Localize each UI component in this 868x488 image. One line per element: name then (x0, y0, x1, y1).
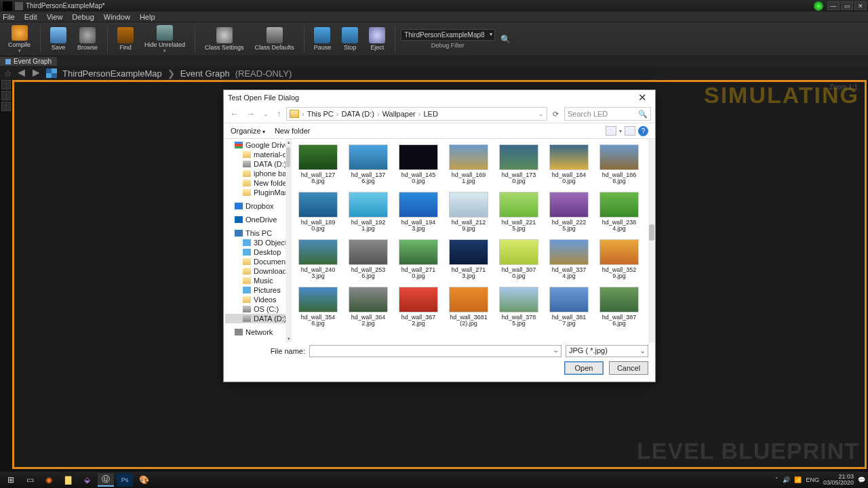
menu-debug[interactable]: Debug (72, 13, 94, 21)
nav-fwd-icon[interactable]: ⯈ (32, 68, 41, 79)
visualstudio-icon[interactable]: ⬙ (79, 473, 95, 487)
file-item[interactable]: hd_wall_1691.jpg (449, 144, 488, 185)
paint-icon[interactable]: 🎨 (136, 473, 152, 487)
hide-unrelated-button[interactable]: Hide Unrelated (140, 24, 189, 55)
docked-tab[interactable]: ⋮ (1, 80, 11, 89)
compile-button[interactable]: Compile (4, 24, 35, 55)
tree-node[interactable]: DATA (D:) (225, 314, 290, 323)
file-item[interactable]: hd_wall_3672.jpg (399, 287, 438, 327)
nav-back-button[interactable]: ← (228, 108, 241, 120)
file-item[interactable]: hd_wall_3529.jpg (599, 239, 639, 280)
firefox-icon[interactable]: ◉ (41, 473, 57, 487)
system-tray[interactable]: ˄ 🔊 📶 ENG 21:03 03/05/2020 💬 (775, 474, 865, 486)
nav-forward-button[interactable]: → (244, 108, 258, 120)
file-item[interactable]: hd_wall_3548.jpg (298, 287, 338, 327)
docked-tab[interactable]: ⋮ (1, 102, 11, 111)
tree-node[interactable]: Desktop (225, 247, 290, 257)
file-item[interactable]: hd_wall_1943.jpg (399, 192, 438, 232)
tree-node[interactable]: Documents (225, 257, 290, 266)
search-debug-icon[interactable]: 🔍 (500, 35, 511, 44)
file-item[interactable]: hd_wall_1890.jpg (298, 192, 338, 232)
file-item[interactable]: hd_wall_1868.jpg (599, 144, 639, 185)
tree-node[interactable]: Pictures (225, 285, 290, 295)
clock[interactable]: 21:03 03/05/2020 (823, 474, 854, 486)
tree-node[interactable]: This PC (225, 228, 290, 238)
task-view-button[interactable]: ▭ (22, 473, 38, 487)
tree-node[interactable]: OS (C:) (225, 304, 290, 314)
file-item[interactable]: hd_wall_3374.jpg (549, 239, 589, 280)
photoshop-icon[interactable]: Ps (117, 473, 133, 487)
start-button[interactable]: ⊞ (3, 473, 19, 487)
browse-button[interactable]: Browse (73, 24, 102, 55)
tree-node[interactable]: Network (225, 327, 290, 337)
tree-node[interactable]: Music (225, 276, 290, 285)
file-item[interactable]: hd_wall_1840.jpg (549, 144, 589, 185)
refresh-button[interactable]: ⟳ (553, 110, 559, 119)
dialog-close-button[interactable]: ✕ (634, 92, 651, 104)
file-item[interactable]: hd_wall_2384.jpg (599, 192, 639, 232)
tree-node[interactable]: Downloads (225, 266, 290, 276)
file-item[interactable]: hd_wall_2536.jpg (349, 239, 388, 280)
class-defaults-button[interactable]: Class Defaults (251, 24, 298, 55)
open-button[interactable]: Open (564, 361, 604, 375)
file-item[interactable]: hd_wall_2403.jpg (298, 239, 338, 280)
file-item[interactable]: hd_wall_2713.jpg (449, 239, 488, 280)
tab-event-graph[interactable]: Event Graph (0, 57, 57, 66)
file-item[interactable]: hd_wall_3785.jpg (499, 287, 538, 327)
tree-node[interactable]: Dropbox (225, 201, 290, 211)
file-grid[interactable]: hd_wall_1278.jpghd_wall_1376.jpghd_wall_… (292, 139, 655, 342)
file-item[interactable]: hd_wall_3681 (2).jpg (449, 287, 488, 327)
menu-view[interactable]: View (47, 13, 63, 21)
tree-node[interactable]: Google Drive📌 (225, 140, 290, 150)
find-button[interactable]: Find (113, 24, 138, 55)
folder-tree[interactable]: ▴▾ Google Drive📌material-dashDATA (D:)ip… (224, 139, 292, 342)
file-item[interactable]: hd_wall_1278.jpg (298, 144, 338, 185)
breadcrumb-graph[interactable]: Event Graph (180, 68, 230, 79)
nav-recent-button[interactable]: ⌄ (260, 109, 271, 119)
pause-button[interactable]: Pause (310, 24, 336, 55)
breadcrumb-map[interactable]: ThirdPersonExampleMap (62, 68, 162, 79)
nav-up-button[interactable]: ↑ (274, 108, 283, 120)
help-button[interactable]: ? (638, 126, 648, 136)
search-input[interactable]: Search LED 🔍 (564, 107, 651, 121)
files-scrollbar[interactable] (648, 139, 655, 342)
tree-node[interactable]: PluginMarketpla (225, 188, 290, 197)
tree-node[interactable]: 3D Objects (225, 238, 290, 247)
file-item[interactable]: hd_wall_1376.jpg (349, 144, 388, 185)
view-mode-button[interactable] (606, 126, 616, 136)
file-item[interactable]: hd_wall_1921.jpg (349, 192, 388, 232)
file-item[interactable]: hd_wall_3817.jpg (549, 287, 589, 327)
path-box[interactable]: ›This PC ›DATA (D:) ›Wallpaper ›LED ⌄ (286, 107, 547, 121)
network-icon[interactable]: 📶 (794, 476, 802, 483)
debug-object-select[interactable]: ThirdPersonExampleMap8 (401, 29, 494, 41)
minimize-button[interactable]: — (827, 1, 840, 10)
cancel-button[interactable]: Cancel (609, 361, 648, 375)
unreal-icon[interactable]: Ⓤ (98, 473, 114, 487)
save-button[interactable]: Save (46, 24, 71, 55)
nav-back-icon[interactable]: ⯇ (18, 68, 26, 79)
tree-scrollbar[interactable] (285, 139, 291, 342)
eject-button[interactable]: Eject (365, 24, 389, 55)
menu-file[interactable]: File (3, 13, 15, 21)
close-button[interactable]: ✕ (854, 1, 867, 10)
file-item[interactable]: hd_wall_3070.jpg (499, 239, 538, 280)
class-settings-button[interactable]: Class Settings (201, 24, 248, 55)
stop-button[interactable]: Stop (338, 24, 362, 55)
file-item[interactable]: hd_wall_2129.jpg (449, 192, 488, 232)
file-item[interactable]: hd_wall_1730.jpg (499, 144, 538, 185)
filetype-select[interactable]: JPG ( *.jpg) (566, 345, 648, 357)
volume-icon[interactable]: 🔊 (783, 476, 790, 483)
file-item[interactable]: hd_wall_1450.jpg (399, 144, 438, 185)
path-seg[interactable]: Wallpaper (382, 110, 416, 118)
explorer-icon[interactable]: ▇ (60, 473, 76, 487)
tray-chevron-icon[interactable]: ˄ (775, 476, 778, 483)
file-item[interactable]: hd_wall_3876.jpg (599, 287, 639, 327)
path-seg[interactable]: DATA (D:) (341, 110, 374, 118)
tree-node[interactable]: DATA (D:) (225, 159, 290, 169)
notifications-icon[interactable]: 💬 (858, 476, 865, 483)
path-seg[interactable]: This PC (307, 110, 334, 118)
file-item[interactable]: hd_wall_2215.jpg (499, 192, 538, 232)
menu-edit[interactable]: Edit (24, 13, 37, 21)
docked-tab[interactable]: ⋮ (1, 91, 11, 100)
filename-input[interactable] (309, 345, 561, 357)
